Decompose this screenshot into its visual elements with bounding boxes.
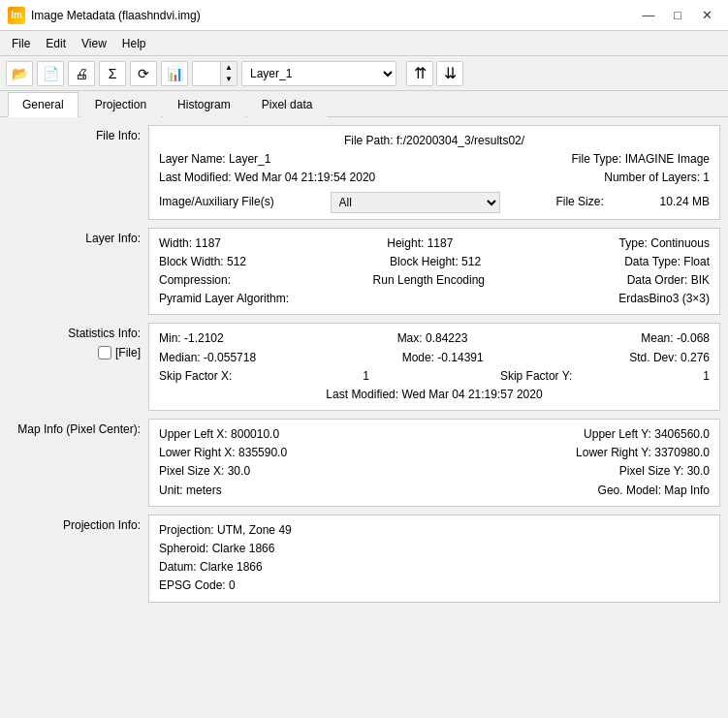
stats-info-box: Min: -1.2102 Max: 0.84223 Mean: -0.068 M… (148, 323, 720, 411)
refresh-icon: ⟳ (138, 66, 149, 81)
file-layer-row: Layer Name: Layer_1 File Type: IMAGINE I… (159, 150, 710, 169)
map-lower-right-x: Lower Right X: 835590.0 (159, 444, 287, 462)
layer-spin-input[interactable]: 1 (193, 62, 220, 85)
file-size-value: 10.24 MB (660, 193, 710, 211)
file-path-row: File Path: f:/20200304_3/results02/ (159, 132, 710, 150)
layer-pyramid-algo: Pyramid Layer Algorithm: (159, 290, 289, 308)
window-title: Image Metadata (flaashndvi.img) (31, 9, 201, 22)
layer-select[interactable]: Layer_1 (241, 61, 396, 86)
print-icon: 🖨 (75, 66, 88, 81)
stats-label-col: Statistics Info: [File] (8, 323, 148, 359)
layer-block-row: Block Width: 512 Block Height: 512 Data … (159, 253, 710, 271)
stats-row1: Min: -1.2102 Max: 0.84223 Mean: -0.068 (159, 329, 710, 348)
layer-data-order: Data Order: BIK (627, 271, 710, 290)
sort-down-icon: ⇊ (444, 64, 457, 82)
new-button[interactable]: 📄 (37, 61, 64, 86)
map-pixel-size-x: Pixel Size X: 30.0 (159, 462, 250, 481)
map-upper-row: Upper Left X: 800010.0 Upper Left Y: 340… (159, 425, 710, 444)
new-icon: 📄 (43, 66, 59, 81)
title-bar-left: Im Image Metadata (flaashndvi.img) (8, 7, 201, 24)
stats-mode: Mode: -0.14391 (402, 349, 484, 367)
open-button[interactable]: 📂 (6, 61, 33, 86)
menu-bar: File Edit View Help (0, 31, 728, 56)
file-auxiliary-select[interactable]: All (331, 192, 500, 213)
print-button[interactable]: 🖨 (68, 61, 95, 86)
file-type: File Type: IMAGINE Image (572, 150, 711, 169)
stats-skip-x-value: 1 (363, 367, 369, 386)
projection-projection: Projection: UTM, Zone 49 (159, 521, 710, 540)
map-pixel-size-row: Pixel Size X: 30.0 Pixel Size Y: 30.0 (159, 462, 710, 481)
close-button[interactable]: ✕ (693, 5, 720, 26)
tab-pixel-data[interactable]: Pixel data (247, 92, 328, 117)
tabs: General Projection Histogram Pixel data (0, 91, 728, 117)
file-checkbox-label: [File] (115, 346, 141, 359)
layer-pyramid-row: Pyramid Layer Algorithm: ErdasBino3 (3×3… (159, 290, 710, 308)
map-lower-right-y: Lower Right Y: 3370980.0 (576, 444, 710, 462)
map-upper-left-x: Upper Left X: 800010.0 (159, 425, 279, 444)
layer-compression: Compression: (159, 271, 231, 290)
projection-info-box: Projection: UTM, Zone 49 Spheroid: Clark… (148, 515, 720, 603)
sigma-icon: Σ (109, 66, 117, 81)
menu-view[interactable]: View (74, 35, 114, 52)
map-lower-row: Lower Right X: 835590.0 Lower Right Y: 3… (159, 444, 710, 462)
sort-up-icon: ⇈ (414, 64, 427, 82)
window-controls: — □ ✕ (635, 5, 720, 26)
stats-last-modified-value: Wed Mar 04 21:19:57 2020 (401, 386, 542, 404)
layer-dimensions-row: Width: 1187 Height: 1187 Type: Continuou… (159, 234, 710, 253)
layer-pyramid-value: ErdasBino3 (3×3) (618, 290, 710, 308)
map-info-box: Upper Left X: 800010.0 Upper Left Y: 340… (148, 419, 720, 507)
file-num-layers: Number of Layers: 1 (604, 169, 710, 187)
main-content: File Info: File Path: f:/20200304_3/resu… (0, 117, 728, 715)
stats-last-modified: Last Modified: (326, 386, 398, 404)
maximize-button[interactable]: □ (664, 5, 691, 26)
file-info-section: File Info: File Path: f:/20200304_3/resu… (8, 125, 720, 220)
file-checkbox[interactable] (98, 346, 111, 359)
stats-std-dev: Std. Dev: 0.276 (629, 349, 710, 367)
refresh-button[interactable]: ⟳ (130, 61, 157, 86)
file-last-modified: Last Modified: Wed Mar 04 21:19:54 2020 (159, 169, 375, 187)
chart-icon: 📊 (167, 66, 183, 81)
file-modified-row: Last Modified: Wed Mar 04 21:19:54 2020 … (159, 169, 710, 187)
stats-skip-y-label: Skip Factor Y: (500, 367, 572, 386)
menu-help[interactable]: Help (114, 35, 154, 52)
title-bar: Im Image Metadata (flaashndvi.img) — □ ✕ (0, 0, 728, 31)
tab-histogram[interactable]: Histogram (163, 92, 245, 117)
menu-edit[interactable]: Edit (38, 35, 74, 52)
open-icon: 📂 (12, 66, 28, 81)
spin-up[interactable]: ▲ (221, 62, 237, 74)
map-info-section: Map Info (Pixel Center): Upper Left X: 8… (8, 419, 720, 507)
sort-down-button[interactable]: ⇊ (436, 61, 463, 86)
projection-info-section: Projection Info: Projection: UTM, Zone 4… (8, 515, 720, 603)
map-unit: Unit: meters (159, 482, 222, 500)
map-upper-left-y: Upper Left Y: 3406560.0 (584, 425, 710, 444)
layer-compression-row: Compression: Run Length Encoding Data Or… (159, 271, 710, 290)
chart-button[interactable]: 📊 (161, 61, 188, 86)
minimize-button[interactable]: — (635, 5, 662, 26)
menu-file[interactable]: File (4, 35, 38, 52)
file-checkbox-row: [File] (8, 340, 148, 359)
layer-spinbox[interactable]: 1 ▲ ▼ (192, 61, 237, 86)
spin-down[interactable]: ▼ (221, 74, 237, 85)
stats-max: Max: 0.84223 (397, 329, 468, 348)
toolbar: 📂 📄 🖨 Σ ⟳ 📊 1 ▲ ▼ Layer_1 ⇈ ⇊ (0, 56, 728, 91)
layer-data-type: Data Type: Float (624, 253, 710, 271)
file-info-label: File Info: (8, 125, 148, 142)
layer-width: Width: 1187 (159, 234, 221, 253)
layer-info-label: Layer Info: (8, 228, 148, 245)
stats-min: Min: -1.2102 (159, 329, 224, 348)
map-unit-row: Unit: meters Geo. Model: Map Info (159, 482, 710, 500)
file-size-label: File Size: (555, 193, 603, 211)
map-info-label: Map Info (Pixel Center): (8, 419, 148, 436)
layer-info-section: Layer Info: Width: 1187 Height: 1187 Typ… (8, 228, 720, 316)
projection-spheroid: Spheroid: Clarke 1866 (159, 540, 710, 558)
tab-general[interactable]: General (8, 92, 79, 117)
stats-skip-row: Skip Factor X: 1 Skip Factor Y: 1 (159, 367, 710, 386)
stats-mean: Mean: -0.068 (641, 329, 710, 348)
tab-projection[interactable]: Projection (80, 92, 161, 117)
stats-median: Median: -0.055718 (159, 349, 256, 367)
projection-info-label: Projection Info: (8, 515, 148, 532)
sigma-button[interactable]: Σ (99, 61, 126, 86)
sort-up-button[interactable]: ⇈ (406, 61, 433, 86)
layer-type: Type: Continuous (619, 234, 710, 253)
projection-epsg: EPSG Code: 0 (159, 577, 710, 595)
